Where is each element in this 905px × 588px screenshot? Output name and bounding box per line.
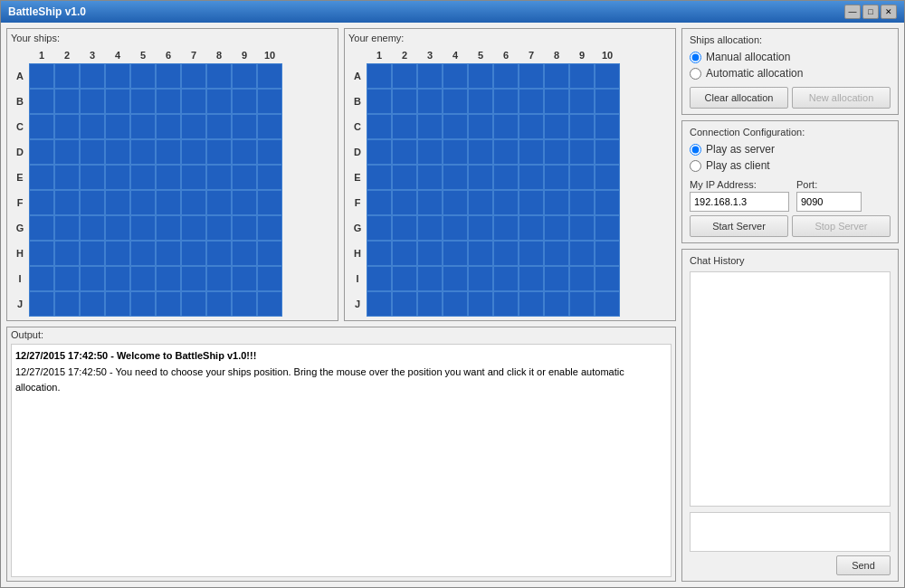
grid-cell[interactable] [569,266,595,291]
grid-cell[interactable] [232,63,257,89]
grid-cell[interactable] [595,266,620,291]
grid-cell[interactable] [206,291,232,317]
manual-allocation-option[interactable]: Manual allocation [690,51,891,63]
grid-cell[interactable] [257,241,282,266]
grid-cell[interactable] [54,63,80,89]
grid-cell[interactable] [544,266,569,291]
grid-cell[interactable] [206,89,232,114]
grid-cell[interactable] [443,63,468,89]
grid-cell[interactable] [392,165,417,190]
grid-cell[interactable] [80,139,105,165]
grid-cell[interactable] [257,190,282,215]
play-as-client-radio[interactable] [690,160,701,172]
grid-cell[interactable] [29,89,54,114]
grid-cell[interactable] [181,63,206,89]
chat-input[interactable] [690,512,891,552]
grid-cell[interactable] [468,139,493,165]
grid-cell[interactable] [519,291,544,317]
grid-cell[interactable] [417,63,443,89]
grid-cell[interactable] [468,114,493,139]
grid-cell[interactable] [181,139,206,165]
grid-cell[interactable] [392,89,417,114]
grid-cell[interactable] [392,63,417,89]
grid-cell[interactable] [367,291,392,317]
grid-cell[interactable] [443,139,468,165]
grid-cell[interactable] [130,63,156,89]
grid-cell[interactable] [569,114,595,139]
grid-cell[interactable] [206,165,232,190]
grid-cell[interactable] [257,165,282,190]
grid-cell[interactable] [80,241,105,266]
grid-cell[interactable] [519,266,544,291]
grid-cell[interactable] [595,215,620,241]
grid-cell[interactable] [392,139,417,165]
grid-cell[interactable] [232,215,257,241]
grid-cell[interactable] [29,139,54,165]
grid-cell[interactable] [156,63,181,89]
grid-cell[interactable] [569,139,595,165]
grid-cell[interactable] [544,63,569,89]
grid-cell[interactable] [257,89,282,114]
grid-cell[interactable] [367,241,392,266]
grid-cell[interactable] [468,291,493,317]
grid-cell[interactable] [105,89,130,114]
grid-cell[interactable] [181,89,206,114]
grid-cell[interactable] [130,165,156,190]
grid-cell[interactable] [392,215,417,241]
grid-cell[interactable] [569,63,595,89]
grid-cell[interactable] [206,266,232,291]
grid-cell[interactable] [468,266,493,291]
grid-cell[interactable] [130,190,156,215]
grid-cell[interactable] [105,63,130,89]
send-button[interactable]: Send [836,555,891,575]
grid-cell[interactable] [156,291,181,317]
grid-cell[interactable] [105,139,130,165]
grid-cell[interactable] [519,165,544,190]
grid-cell[interactable] [595,241,620,266]
grid-cell[interactable] [130,241,156,266]
grid-cell[interactable] [519,241,544,266]
grid-cell[interactable] [54,291,80,317]
clear-allocation-button[interactable]: Clear allocation [690,87,788,109]
grid-cell[interactable] [417,114,443,139]
grid-cell[interactable] [367,190,392,215]
grid-cell[interactable] [569,165,595,190]
grid-cell[interactable] [80,89,105,114]
grid-cell[interactable] [544,89,569,114]
grid-cell[interactable] [181,291,206,317]
grid-cell[interactable] [468,190,493,215]
grid-cell[interactable] [156,241,181,266]
grid-cell[interactable] [417,291,443,317]
grid-cell[interactable] [80,215,105,241]
grid-cell[interactable] [257,63,282,89]
grid-cell[interactable] [468,215,493,241]
grid-cell[interactable] [417,215,443,241]
grid-cell[interactable] [519,139,544,165]
grid-cell[interactable] [519,190,544,215]
grid-cell[interactable] [417,190,443,215]
grid-cell[interactable] [130,139,156,165]
grid-cell[interactable] [493,215,519,241]
grid-cell[interactable] [493,63,519,89]
grid-cell[interactable] [257,266,282,291]
grid-cell[interactable] [232,291,257,317]
grid-cell[interactable] [232,266,257,291]
grid-cell[interactable] [257,114,282,139]
grid-cell[interactable] [54,266,80,291]
grid-cell[interactable] [493,190,519,215]
grid-cell[interactable] [105,114,130,139]
grid-cell[interactable] [595,63,620,89]
maximize-button[interactable]: □ [862,5,879,19]
grid-cell[interactable] [493,89,519,114]
grid-cell[interactable] [181,190,206,215]
grid-cell[interactable] [443,291,468,317]
grid-cell[interactable] [468,165,493,190]
grid-cell[interactable] [544,139,569,165]
grid-cell[interactable] [443,89,468,114]
grid-cell[interactable] [443,266,468,291]
grid-cell[interactable] [569,215,595,241]
grid-cell[interactable] [544,291,569,317]
play-as-server-option[interactable]: Play as server [690,143,891,156]
new-allocation-button[interactable]: New allocation [792,87,891,109]
grid-cell[interactable] [80,63,105,89]
